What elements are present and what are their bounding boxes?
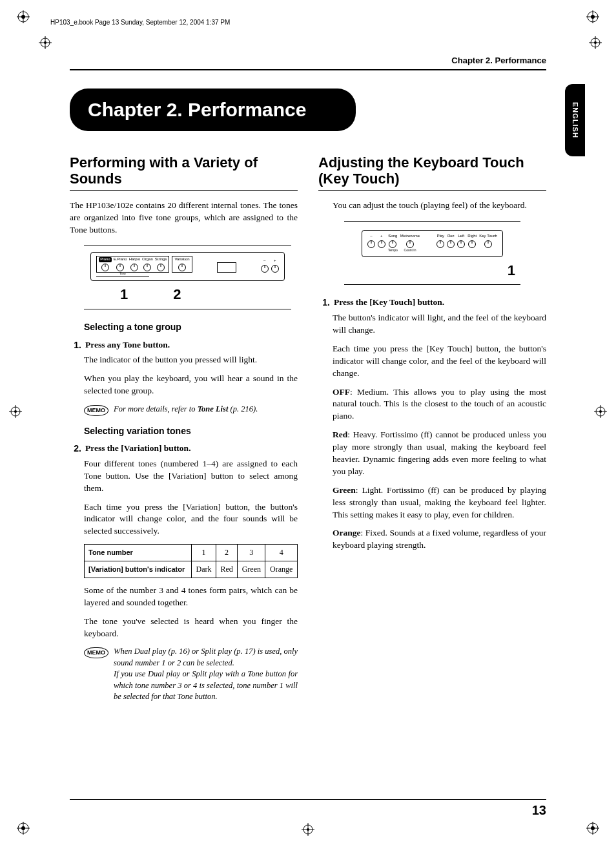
bottom-rule (70, 799, 546, 800)
memo-text: For more details, refer to Tone List (p.… (114, 404, 298, 415)
crop-mark-icon (586, 822, 599, 835)
page-number: 13 (532, 801, 546, 819)
svg-point-31 (44, 41, 46, 44)
print-header-line: HP103_e.book Page 13 Sunday, September 1… (50, 18, 230, 27)
figure-callout-1: 1 (508, 261, 515, 281)
keytouch-green: Green: Light. Fortissimo (ff) can be pro… (333, 485, 546, 521)
crop-mark-icon (17, 822, 30, 835)
step-body: The button's indicator will light, and t… (333, 312, 546, 337)
step-number: 1. (70, 339, 81, 352)
left-column: Performing with a Variety of Sounds The … (70, 154, 298, 709)
svg-point-27 (307, 828, 309, 831)
crop-mark-icon (586, 10, 599, 23)
body-text: Some of the number 3 and 4 tones form pa… (84, 585, 298, 609)
subhead-variation: Selecting variation tones (84, 425, 298, 438)
figure-callout-1: 1 (120, 285, 128, 305)
keytouch-panel-figure: – + SongTempo MetronomeCount In Play Rec… (344, 221, 520, 286)
step-body: When you play the keyboard, you will hea… (84, 373, 298, 397)
chapter-title: Chapter 2. Performance (70, 89, 356, 131)
section-rule (70, 190, 298, 191)
crop-mark-icon (594, 405, 607, 418)
svg-point-23 (599, 410, 602, 413)
keytouch-red: Red: Heavy. Fortissimo (ff) cannot be pr… (333, 429, 546, 478)
crop-mark-icon (589, 36, 602, 49)
keytouch-orange: Orange: Fixed. Sounds at a fixed volume,… (333, 527, 546, 552)
intro-text: The HP103e/102e contains 20 different in… (70, 200, 298, 236)
step-number: 1. (318, 297, 330, 309)
subhead-tone-group: Selecting a tone group (84, 321, 298, 334)
body-text: The tone you've selected is heard when y… (84, 616, 298, 640)
step-body: Each time you press the [Key Touch] butt… (333, 343, 546, 380)
crop-mark-icon (17, 10, 30, 23)
section-rule (318, 190, 546, 191)
figure-callout-2: 2 (173, 285, 181, 305)
step-title: Press the [Key Touch] button. (334, 297, 444, 309)
crop-mark-icon (9, 405, 22, 418)
panel-display (217, 262, 236, 273)
intro-text: You can adjust the touch (playing feel) … (333, 200, 546, 212)
step-body: Four different tones (numbered 1–4) are … (84, 458, 298, 495)
memo-icon: MEMO (84, 647, 108, 658)
crop-mark-icon (302, 823, 314, 836)
step-title: Press any Tone button. (85, 339, 170, 352)
page-content: Chapter 2. Performance Chapter 2. Perfor… (70, 55, 546, 819)
keytouch-off: OFF: Medium. This allows you to play usi… (333, 386, 546, 423)
svg-point-35 (594, 41, 597, 44)
step-title: Press the [Variation] button. (85, 443, 191, 455)
right-column: Adjusting the Keyboard Touch (Key Touch)… (318, 154, 546, 709)
section-heading-keytouch: Adjusting the Keyboard Touch (Key Touch) (318, 154, 546, 187)
memo-text: When Dual play (p. 16) or Split play (p.… (114, 646, 298, 703)
language-tab: ENGLISH (565, 84, 585, 156)
top-rule (70, 69, 546, 70)
crop-mark-icon (39, 36, 52, 49)
step-body: The indicator of the button you pressed … (84, 354, 298, 366)
svg-point-19 (14, 410, 17, 413)
tone-panel-figure: Piano E.Piano Harpsi Organ Strings Varia… (84, 245, 291, 309)
chapter-running-head: Chapter 2. Performance (70, 55, 546, 67)
step-body: Each time you press the [Variation] butt… (84, 501, 298, 538)
step-number: 2. (70, 443, 81, 455)
variation-table: Tone number 1 2 3 4 [Variation] button's… (84, 544, 298, 578)
section-heading-sounds: Performing with a Variety of Sounds (70, 154, 298, 187)
memo-icon: MEMO (84, 405, 108, 416)
